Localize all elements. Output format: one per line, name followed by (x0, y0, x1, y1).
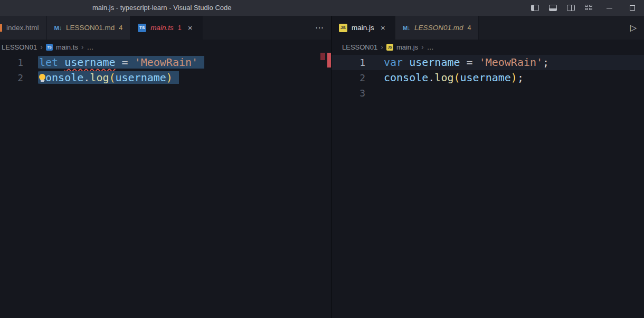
line-number[interactable]: 2 (0, 70, 23, 85)
editor-area: index.html M↓ LESSON01.md 4 TS main.ts 1… (0, 16, 644, 318)
titlebar: main.js - typescript-learn - Visual Stud… (0, 0, 644, 16)
right-editor-group: JS main.js × M↓ LESSON01.md 4 ▷ LESSON01… (332, 16, 644, 318)
chevron-right-icon: › (40, 43, 43, 51)
code-text[interactable]: let username = 'MeowRain' (39, 55, 204, 70)
javascript-icon: JS (386, 44, 393, 51)
code-token[interactable]: ) (166, 71, 173, 84)
tab-lesson01-md[interactable]: M↓ LESSON01.md 4 (47, 16, 131, 40)
code-token[interactable]: username (409, 56, 460, 69)
maximize-button[interactable] (621, 0, 644, 16)
html-icon (0, 24, 2, 32)
code-line: 2 console.log(username) (0, 70, 331, 85)
overview-ruler-error-mark (327, 53, 331, 68)
code-token[interactable]: log (434, 71, 453, 84)
tabbar-spacer (479, 16, 622, 40)
breadcrumb-file[interactable]: main.ts (56, 43, 78, 51)
code-token[interactable]: = (122, 56, 128, 69)
left-editor[interactable]: 1 let username = 'MeowRain' 2 console.lo… (0, 54, 331, 318)
tab-main-js[interactable]: JS main.js × (332, 16, 395, 40)
breadcrumb-folder[interactable]: LESSON01 (342, 43, 377, 51)
problems-badge: 4 (119, 24, 122, 32)
line-number[interactable]: 3 (332, 85, 365, 101)
line-number[interactable]: 1 (0, 55, 23, 70)
chevron-right-icon: › (381, 43, 383, 51)
code-text[interactable]: console.log(username) (39, 70, 179, 85)
javascript-icon: JS (339, 24, 347, 32)
customize-layout-icon[interactable] (580, 0, 598, 16)
code-token[interactable]: ( (453, 71, 460, 84)
tab-lesson01-md[interactable]: M↓ LESSON01.md 4 (395, 16, 479, 40)
minimap-error-mark (320, 53, 325, 60)
lightbulb-icon[interactable] (39, 74, 46, 82)
selection-highlight: let username = 'MeowRain' (39, 56, 204, 69)
code-token[interactable]: 'MeowRain' (135, 56, 198, 69)
selection-highlight: console.log(username) (39, 71, 179, 84)
line-number[interactable]: 1 (332, 55, 365, 70)
minimize-button[interactable] (598, 0, 621, 16)
code-token[interactable]: ; (543, 56, 549, 69)
code-token[interactable] (473, 56, 479, 69)
typescript-icon: TS (46, 44, 53, 51)
code-token[interactable]: 'MeowRain' (479, 56, 543, 69)
code-text[interactable]: console.log(username); (384, 70, 524, 85)
code-token[interactable]: ) (511, 71, 517, 84)
code-token[interactable] (116, 56, 122, 69)
code-token[interactable]: = (467, 56, 473, 69)
toggle-panel-icon[interactable] (544, 0, 562, 16)
typescript-icon: TS (138, 24, 146, 32)
code-text[interactable]: var username = 'MeowRain'; (384, 55, 549, 70)
chevron-right-icon: › (421, 43, 424, 51)
code-token[interactable] (128, 56, 135, 69)
tab-label: LESSON01.md (414, 24, 463, 32)
tab-label: main.js (352, 24, 374, 32)
toggle-primary-sidebar-icon[interactable] (526, 0, 544, 16)
line-number[interactable]: 2 (332, 70, 365, 85)
code-line: 2 console.log(username); (332, 70, 644, 85)
close-tab-icon[interactable]: × (186, 23, 195, 32)
code-token[interactable]: ; (517, 71, 524, 84)
code-token[interactable] (403, 56, 409, 69)
close-tab-icon[interactable]: × (378, 23, 387, 32)
code-token[interactable]: let (39, 56, 58, 69)
right-editor[interactable]: 1 var username = 'MeowRain'; 2 console.l… (332, 54, 644, 318)
markdown-icon: M↓ (54, 25, 62, 31)
code-token[interactable]: . (83, 71, 90, 84)
code-token[interactable] (58, 56, 64, 69)
right-breadcrumb: LESSON01 › JS main.js › … (332, 40, 644, 54)
toggle-secondary-sidebar-icon[interactable] (562, 0, 580, 16)
run-file-icon[interactable]: ▷ (623, 16, 644, 40)
code-token[interactable]: username (116, 71, 166, 84)
more-actions-icon[interactable]: ⋯ (308, 16, 331, 40)
code-token[interactable]: ( (109, 71, 115, 84)
code-token[interactable] (460, 56, 467, 69)
code-line-current: 1 var username = 'MeowRain'; (332, 55, 644, 70)
tab-label: index.html (6, 24, 39, 32)
code-token[interactable]: var (384, 56, 403, 69)
markdown-icon: M↓ (403, 25, 410, 31)
vscode-window: main.js - typescript-learn - Visual Stud… (0, 0, 644, 318)
tab-main-ts[interactable]: TS main.ts 1 × (130, 16, 202, 40)
tab-index-html[interactable]: index.html (0, 16, 47, 40)
breadcrumb-folder[interactable]: LESSON01 (2, 43, 37, 51)
code-line: 1 let username = 'MeowRain' (0, 55, 331, 70)
titlebar-controls (526, 0, 644, 16)
chevron-right-icon: › (81, 43, 84, 51)
tab-label: LESSON01.md (66, 24, 115, 32)
left-breadcrumb: LESSON01 › TS main.ts › … (0, 40, 331, 54)
tabbar-spacer (203, 16, 308, 40)
breadcrumb-symbol[interactable]: … (427, 43, 434, 51)
code-token[interactable]: . (428, 71, 434, 84)
right-tabbar: JS main.js × M↓ LESSON01.md 4 ▷ (332, 16, 644, 40)
problems-badge: 1 (178, 24, 182, 32)
left-editor-group: index.html M↓ LESSON01.md 4 TS main.ts 1… (0, 16, 332, 318)
breadcrumb-symbol[interactable]: … (87, 43, 93, 51)
code-token[interactable]: console (384, 71, 428, 84)
window-title: main.js - typescript-learn - Visual Stud… (92, 0, 232, 16)
left-tabbar: index.html M↓ LESSON01.md 4 TS main.ts 1… (0, 16, 331, 40)
code-line: 3 (332, 85, 644, 101)
code-token[interactable]: username (64, 56, 115, 69)
code-token[interactable]: log (90, 71, 109, 84)
breadcrumb-file[interactable]: main.js (396, 43, 418, 51)
code-token[interactable]: username (460, 71, 511, 84)
problems-badge: 4 (467, 24, 471, 32)
